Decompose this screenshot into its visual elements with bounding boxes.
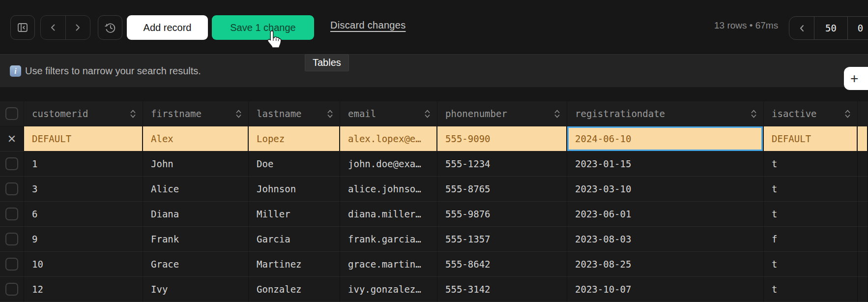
page-size-input[interactable]: 50: [814, 17, 847, 39]
table-row: 6DianaMillerdiana.miller…555-98762023-06…: [0, 202, 868, 227]
cell-registrationdate[interactable]: 2023-01-15: [567, 151, 764, 177]
remove-row-icon[interactable]: ✕: [7, 133, 16, 145]
cell-firstname[interactable]: Ivy: [143, 277, 249, 302]
cell-lastname[interactable]: Gonzalez: [249, 277, 340, 302]
cell-phonenumber[interactable]: 555-3142: [437, 277, 567, 302]
cell-isactive[interactable]: f: [764, 227, 858, 252]
cell-filler: [858, 151, 868, 177]
cell-phonenumber[interactable]: 555-1234: [437, 151, 567, 177]
cell-customerid[interactable]: 6: [24, 202, 143, 227]
chevron-left-icon: [799, 24, 805, 32]
row-checkbox[interactable]: [5, 208, 18, 220]
add-button[interactable]: +: [844, 67, 868, 90]
row-checkbox[interactable]: [5, 182, 18, 195]
cell-phonenumber[interactable]: 555-8765: [437, 177, 567, 202]
cell-email[interactable]: diana.miller…: [340, 202, 437, 227]
cell-phonenumber[interactable]: 555-9876: [437, 202, 567, 227]
cell-registrationdate[interactable]: 2023-08-03: [567, 227, 764, 252]
cell-customerid[interactable]: 10: [24, 252, 143, 277]
cell-registrationdate[interactable]: 2023-03-10: [567, 177, 764, 202]
cell-firstname[interactable]: Alice: [143, 177, 249, 202]
cell-customerid[interactable]: 3: [24, 177, 143, 202]
cell-lastname[interactable]: Martinez: [249, 252, 340, 277]
cell-email[interactable]: ivy.gonzalez…: [340, 277, 437, 302]
discard-changes-link[interactable]: Discard changes: [330, 20, 405, 31]
column-header-customerid[interactable]: customerid: [24, 101, 143, 126]
cell-firstname[interactable]: Frank: [143, 227, 249, 252]
cell-email[interactable]: frank.garcia…: [340, 227, 437, 252]
select-all-cell: [0, 101, 24, 126]
cell-lastname[interactable]: Johnson: [249, 177, 340, 202]
panel-left-icon: [16, 21, 29, 34]
cell-filler: [858, 252, 868, 277]
history-icon: [104, 21, 117, 34]
cell-phonenumber[interactable]: 555-9090: [437, 126, 567, 151]
row-checkbox[interactable]: [5, 157, 18, 170]
filter-hint-banner: i Use filters to narrow your search resu…: [0, 54, 868, 87]
toolbar: Add record Save 1 change Discard changes…: [0, 0, 868, 54]
cell-filler: [858, 202, 868, 227]
page-offset-input[interactable]: 0: [847, 17, 868, 39]
row-checkbox[interactable]: [5, 283, 18, 296]
column-header-isactive[interactable]: isactive: [764, 101, 858, 126]
cell-email[interactable]: grace.martin…: [340, 252, 437, 277]
row-select-cell: [0, 177, 24, 202]
toggle-sidebar-button[interactable]: [10, 15, 35, 40]
query-history-button[interactable]: [98, 15, 122, 40]
previous-page-button[interactable]: [789, 17, 814, 39]
cell-phonenumber[interactable]: 555-1357: [437, 227, 567, 252]
cell-customerid[interactable]: 9: [24, 227, 143, 252]
cell-customerid[interactable]: 12: [24, 277, 143, 302]
column-label: isactive: [772, 108, 817, 119]
cell-registrationdate[interactable]: 2023-08-25: [567, 252, 764, 277]
back-button[interactable]: [41, 16, 65, 39]
save-changes-button[interactable]: Save 1 change: [212, 15, 314, 40]
cell-firstname[interactable]: John: [143, 151, 249, 177]
cell-filler: [858, 126, 868, 151]
cell-lastname[interactable]: Miller: [249, 202, 340, 227]
row-select-cell: [0, 252, 24, 277]
cell-email[interactable]: john.doe@exa…: [340, 151, 437, 177]
column-header-registrationdate[interactable]: registrationdate: [567, 101, 764, 126]
cell-phonenumber[interactable]: 555-8642: [437, 252, 567, 277]
cell-firstname[interactable]: Diana: [143, 202, 249, 227]
forward-button[interactable]: [65, 16, 90, 39]
cell-firstname[interactable]: Alex: [143, 126, 249, 151]
sort-icon: [751, 109, 757, 119]
cell-customerid[interactable]: 1: [24, 151, 143, 177]
cell-registrationdate[interactable]: 2023-10-07: [567, 277, 764, 302]
column-label: email: [348, 108, 376, 119]
sort-icon: [235, 109, 242, 119]
table-row: 3AliceJohnsonalice.johnso…555-87652023-0…: [0, 177, 868, 202]
row-checkbox[interactable]: [5, 258, 18, 271]
cell-isactive[interactable]: t: [764, 177, 858, 202]
row-checkbox[interactable]: [5, 107, 18, 120]
cell-isactive[interactable]: t: [764, 202, 858, 227]
sort-icon: [844, 109, 851, 119]
cell-filler: [858, 177, 868, 202]
cell-firstname[interactable]: Grace: [143, 252, 249, 277]
table-header-row: customeridfirstnamelastnameemailphonenum…: [0, 101, 868, 126]
column-header-phonenumber[interactable]: phonenumber: [437, 101, 567, 126]
column-label: lastname: [257, 108, 302, 119]
cell-isactive[interactable]: t: [764, 252, 858, 277]
cell-isactive[interactable]: t: [764, 151, 858, 177]
plus-icon: +: [850, 72, 858, 86]
cell-lastname[interactable]: Lopez: [249, 126, 340, 151]
column-header-firstname[interactable]: firstname: [143, 101, 249, 126]
add-record-button[interactable]: Add record: [127, 15, 208, 40]
cell-email[interactable]: alice.johnso…: [340, 177, 437, 202]
cell-isactive[interactable]: DEFAULT: [764, 126, 858, 151]
column-header-lastname[interactable]: lastname: [249, 101, 340, 126]
table-row: 12IvyGonzalezivy.gonzalez…555-31422023-1…: [0, 277, 868, 302]
cell-lastname[interactable]: Doe: [249, 151, 340, 177]
cell-isactive[interactable]: t: [764, 277, 858, 302]
row-checkbox[interactable]: [5, 233, 18, 245]
cell-customerid[interactable]: DEFAULT: [24, 126, 143, 151]
cell-email[interactable]: alex.lopex@e…: [340, 126, 437, 151]
cell-registrationdate[interactable]: 2023-06-01: [567, 202, 764, 227]
data-table: customeridfirstnamelastnameemailphonenum…: [0, 101, 868, 302]
column-header-email[interactable]: email: [340, 101, 437, 126]
cell-lastname[interactable]: Garcia: [249, 227, 340, 252]
cell-registrationdate[interactable]: 2024-06-10: [567, 126, 764, 151]
